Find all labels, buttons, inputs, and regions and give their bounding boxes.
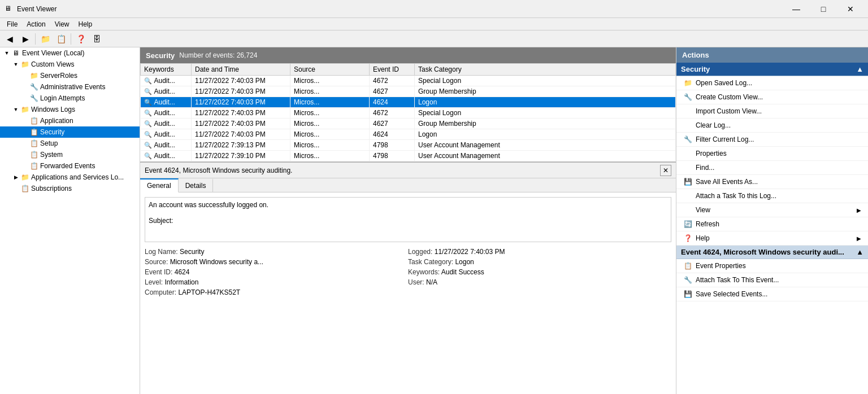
maximize-button[interactable]: □ [810,0,836,18]
expand-icon-event-viewer-local[interactable]: ▼ [2,49,11,58]
events-table-scroll[interactable]: Keywords Date and Time Source Event ID T… [140,63,676,161]
actions-item-create-custom-view[interactable]: 🔧Create Custom View... [676,90,868,104]
tab-details[interactable]: Details [179,178,214,192]
sidebar-item-administrative-events[interactable]: 🔧Administrative Events [0,81,140,93]
col-header-datetime[interactable]: Date and Time [192,64,290,76]
expand-icon-windows-logs[interactable]: ▼ [11,105,20,114]
forward-button[interactable]: ▶ [18,32,33,46]
table-row[interactable]: 🔍Audit...11/27/2022 7:40:03 PMMicros...4… [141,86,676,97]
help-button[interactable]: ❓ [73,32,88,46]
field-level: Level: Information [145,277,408,287]
row-keyword: 🔍Audit... [141,86,192,97]
tree-label-application: Application [40,117,73,125]
row-datetime: 11/27/2022 7:40:03 PM [192,86,290,97]
tree-icon-application: 📋 [29,116,38,125]
col-header-source[interactable]: Source [290,64,370,76]
actions-item-open-saved-log[interactable]: 📁Open Saved Log... [676,76,868,90]
sidebar-item-security[interactable]: 📋Security [0,126,140,138]
actions-item-find[interactable]: Find... [676,161,868,175]
actions-icon-find [683,163,692,172]
sidebar-item-custom-views[interactable]: ▼📁Custom Views [0,59,140,70]
sidebar: ▼🖥Event Viewer (Local)▼📁Custom Views📁Ser… [0,47,140,394]
sidebar-item-application[interactable]: 📋Application [0,115,140,126]
col-header-keywords[interactable]: Keywords [141,64,192,76]
expand-icon-application [20,116,29,125]
field-keywords-label: Keywords: [408,268,440,276]
actions-section-title-security-section: Security [681,65,710,73]
tree-label-forwarded-events: Forwarded Events [40,162,95,170]
mmc-button[interactable]: 🗄 [89,32,104,46]
actions-item-filter-current-log[interactable]: 🔧Filter Current Log... [676,133,868,147]
table-row[interactable]: 🔍Audit...11/27/2022 7:40:03 PMMicros...4… [141,129,676,140]
table-row[interactable]: 🔍Audit...11/27/2022 7:40:03 PMMicros...4… [141,119,676,129]
table-row[interactable]: 🔍Audit...11/27/2022 7:40:03 PMMicros...4… [141,97,676,108]
actions-icon-refresh: 🔄 [683,220,692,229]
actions-item-save-selected-events[interactable]: 💾Save Selected Events... [676,287,868,301]
detail-content: An account was successfully logged on. S… [140,192,676,394]
actions-icon-attach-task [683,191,692,200]
actions-item-event-properties[interactable]: 📋Event Properties [676,259,868,273]
expand-icon-custom-views[interactable]: ▼ [11,60,20,69]
sidebar-item-windows-logs[interactable]: ▼📁Windows Logs [0,104,140,115]
sidebar-item-event-viewer-local[interactable]: ▼🖥Event Viewer (Local) [0,47,140,59]
actions-section-event-section[interactable]: Event 4624, Microsoft Windows security a… [676,246,868,259]
row-eventId: 4672 [370,108,415,119]
sidebar-item-setup[interactable]: 📋Setup [0,138,140,149]
menu-item-file[interactable]: File [2,19,22,29]
tab-general[interactable]: General [140,178,179,192]
menu-item-action[interactable]: Action [22,19,50,29]
row-datetime: 11/27/2022 7:40:03 PM [192,129,290,140]
expand-icon-system [20,150,29,159]
minimize-button[interactable]: — [783,0,809,18]
sidebar-item-subscriptions[interactable]: 📋Subscriptions [0,183,140,194]
tree-icon-custom-views: 📁 [20,60,29,69]
row-eventId: 4798 [370,151,415,161]
sidebar-item-system[interactable]: 📋System [0,149,140,160]
actions-item-view[interactable]: View▶ [676,203,868,217]
sidebar-item-applications-services[interactable]: ▶📁Applications and Services Lo... [0,172,140,183]
actions-label-import-custom-view: Import Custom View... [696,107,762,115]
row-source: Micros... [290,76,370,86]
tree-icon-windows-logs: 📁 [20,105,29,114]
menu-item-help[interactable]: Help [74,19,97,29]
detail-body: An account was successfully logged on. S… [140,192,676,394]
table-row[interactable]: 🔍Audit...11/27/2022 7:39:13 PMMicros...4… [141,140,676,151]
tree-label-login-attempts: Login Attempts [40,94,85,102]
row-taskCategory: User Account Management [415,140,676,151]
close-button[interactable]: ✕ [837,0,863,18]
expand-icon-administrative-events [20,82,29,91]
table-row[interactable]: 🔍Audit...11/27/2022 7:40:03 PMMicros...4… [141,108,676,119]
row-eventId: 4627 [370,119,415,129]
expand-icon-applications-services[interactable]: ▶ [11,173,20,182]
col-header-eventid[interactable]: Event ID [370,64,415,76]
sidebar-item-login-attempts[interactable]: 🔧Login Attempts [0,93,140,104]
back-button[interactable]: ◀ [2,32,17,46]
table-row[interactable]: 🔍Audit...11/27/2022 7:39:10 PMMicros...4… [141,151,676,161]
col-header-taskcategory[interactable]: Task Category [415,64,676,76]
tree-label-subscriptions: Subscriptions [31,185,72,192]
actions-item-save-all-events[interactable]: 💾Save All Events As... [676,175,868,189]
tree-label-administrative-events: Administrative Events [40,83,105,91]
tree-label-custom-views: Custom Views [31,60,74,68]
table-row[interactable]: 🔍Audit...11/27/2022 7:40:03 PMMicros...4… [141,76,676,86]
actions-item-attach-task-event[interactable]: 🔧Attach Task To This Event... [676,273,868,287]
actions-item-import-custom-view[interactable]: Import Custom View... [676,104,868,119]
actions-label-attach-task-event: Attach Task To This Event... [696,276,779,284]
row-source: Micros... [290,129,370,140]
tree-label-applications-services: Applications and Services Lo... [31,173,124,181]
actions-header: Actions [676,47,868,63]
expand-icon-setup [20,139,29,148]
actions-item-refresh[interactable]: 🔄Refresh [676,217,868,231]
browse-button[interactable]: 📁 [38,32,53,46]
sidebar-item-forwarded-events[interactable]: 📋Forwarded Events [0,160,140,172]
menu-item-view[interactable]: View [50,19,74,29]
actions-icon-event-properties: 📋 [683,261,692,270]
sidebar-item-server-roles[interactable]: 📁ServerRoles [0,70,140,81]
actions-item-properties[interactable]: Properties [676,147,868,161]
actions-item-attach-task[interactable]: Attach a Task To this Log... [676,189,868,203]
detail-close-button[interactable]: ✕ [660,165,671,176]
actions-item-clear-log[interactable]: Clear Log... [676,119,868,133]
action-button[interactable]: 📋 [54,32,68,46]
actions-item-help[interactable]: ❓Help▶ [676,231,868,246]
actions-section-security-section[interactable]: Security▲ [676,63,868,76]
